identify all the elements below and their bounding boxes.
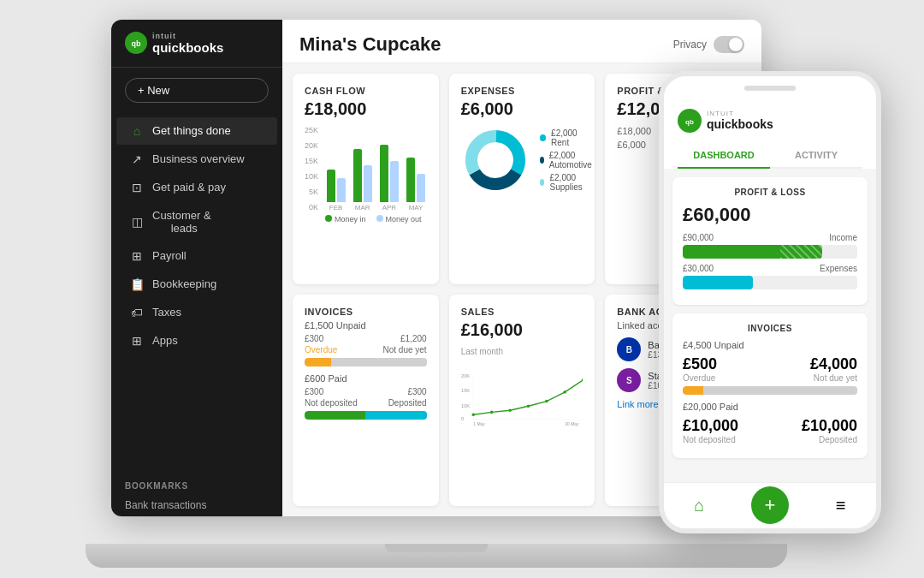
expenses-donut-chart [461,126,530,194]
phone-overdue-amount: £500 [683,355,717,373]
bank-transactions-link[interactable]: Bank transactions [111,494,282,516]
phone-expenses-amount: £30,000 [683,264,714,273]
sidebar-item-customers-leads[interactable]: ◫ Customer & leads [116,202,277,241]
cash-flow-chart: FEB MAR [325,126,427,212]
svg-point-13 [490,411,494,414]
expenses-card: EXPENSES £6,000 [449,74,595,285]
privacy-toggle-container: Privacy [673,36,744,53]
phone-deposited-label: Deposited [802,435,857,444]
page-title: Mina's Cupcake [299,33,441,56]
invoices-card: INVOICES £1,500 Unpaid £300 £1,200 Overd… [293,295,439,506]
sidebar-item-label: Payroll [152,249,187,262]
sidebar-brand: intuit quickbooks [152,32,223,55]
sidebar-item-taxes[interactable]: 🏷 Taxes [116,299,277,326]
phone-qb-label: quickbooks [707,117,773,131]
sidebar-item-apps[interactable]: ⊞ Apps [116,327,277,355]
svg-point-17 [563,390,566,394]
phone-expenses-bar: £30,000 Expenses [683,264,857,289]
sidebar-item-get-paid-pay[interactable]: ⊡ Get paid & pay [116,174,277,201]
main-header: Mina's Cupcake Privacy [282,20,761,63]
expense-rent: £2,000 Rent [540,128,595,147]
privacy-label: Privacy [673,39,707,51]
may-label: MAY [409,204,424,212]
phone-pl-title: PROFIT & LOSS [683,188,857,197]
bar-apr-out [390,161,399,202]
phone-plus-icon: + [765,494,776,516]
svg-point-12 [471,413,475,416]
not-due-label: Not due yet [383,345,427,355]
chart-legend: Money in Money out [325,215,427,223]
deposited-row: £300 £300 [305,387,427,396]
sales-title: SALES [461,307,583,317]
tab-dashboard[interactable]: DASHBOARD [678,143,770,169]
donut-container: £2,000 Rent £2,000 Automotive £2,000 Sup… [461,126,583,194]
svg-text:0: 0 [461,416,464,421]
phone-pl-amount: £60,000 [683,204,857,226]
sales-card: SALES £16,000 Last month 20K 15K 10K 0 [449,295,595,506]
unpaid-progress [305,358,427,366]
toggle-thumb [729,38,743,51]
income-label: £18,000 [617,126,651,136]
apps-icon: ⊞ [130,334,144,348]
bookmarks-section: BOOKMARKS Bank transactions [111,473,282,516]
payroll-icon: ⊞ [130,249,144,263]
deposited-label: Deposited [388,398,427,408]
phone-notch-bar [744,86,796,91]
phone-home-button[interactable]: ⌂ [680,486,718,524]
not-deposited-amount: £300 [305,387,323,396]
phone-not-deposited-label: Not deposited [683,435,738,444]
sidebar-item-payroll[interactable]: ⊞ Payroll [116,242,277,270]
bookmarks-label: BOOKMARKS [111,473,282,494]
paid-label: £600 Paid [305,373,427,384]
sidebar-item-label: Apps [152,334,178,347]
phone-scroll-area[interactable]: PROFIT & LOSS £60,000 £90,000 Income [664,169,876,482]
bar-feb-out [337,178,346,202]
expenses-amount: £6,000 [461,99,583,119]
phone-header: qb intuit quickbooks DASHBOARD ACTIVITY [664,100,876,169]
sidebar-item-get-things-done[interactable]: ⌂ Get things done [116,117,277,145]
phone-deposited-row: £10,000 Not deposited £10,000 Deposited [683,417,857,444]
sales-line-chart: 20K 15K 10K 0 1 May [461,360,583,437]
laptop-base [86,544,787,568]
sidebar-nav: ⌂ Get things done ↗ Business overview ⊡ … [111,113,282,473]
phone-logo-row: qb intuit quickbooks [678,109,862,133]
svg-text:qb: qb [132,39,141,48]
home-icon: ⌂ [130,124,144,138]
phone-brand: intuit quickbooks [707,110,773,131]
privacy-toggle[interactable] [714,36,744,53]
sidebar-item-business-overview[interactable]: ↗ Business overview [116,146,277,173]
last-month-label: Last month [461,347,583,356]
overdue-amount: £300 [305,334,323,343]
bar-feb-in [327,170,335,202]
sidebar-item-label: Bookkeeping [152,277,216,290]
tax-icon: 🏷 [130,306,144,319]
paid-progress [305,411,427,420]
phone-menu-button[interactable]: ≡ [822,486,860,524]
phone-add-button[interactable]: + [751,486,789,524]
phone-tabs: DASHBOARD ACTIVITY [678,143,862,169]
phone-income-fill [683,245,822,259]
phone-income-track [683,245,857,259]
phone-expenses-fill [683,276,753,289]
phone-qb-icon: qb [678,109,702,133]
sidebar-item-label: Get paid & pay [152,181,226,194]
phone-profit-loss-card: PROFIT & LOSS £60,000 £90,000 Income [672,177,868,305]
phone-not-due-label: Not due yet [810,373,857,383]
card-icon: ⊡ [130,181,144,194]
expense-automotive: £2,000 Automotive [540,151,595,170]
customer-icon: ◫ [130,215,144,229]
phone-income-bar: £90,000 Income [683,233,857,259]
svg-text:qb: qb [685,117,694,125]
svg-point-14 [508,408,512,412]
tab-activity[interactable]: ACTIVITY [770,143,862,167]
not-due-amount: £1,200 [400,334,427,343]
sidebar-logo: qb intuit quickbooks [111,20,282,68]
new-button[interactable]: + New [125,78,269,103]
svg-text:1 May: 1 May [473,421,485,426]
bar-may-in [406,158,415,202]
phone-paid-label: £20,000 Paid [683,402,857,412]
sidebar-item-bookkeeping[interactable]: 📋 Bookkeeping [116,271,277,298]
expense-supplies: £2,000 Supplies [540,173,595,192]
apr-label: APR [382,204,396,212]
sales-amount: £16,000 [461,320,583,340]
